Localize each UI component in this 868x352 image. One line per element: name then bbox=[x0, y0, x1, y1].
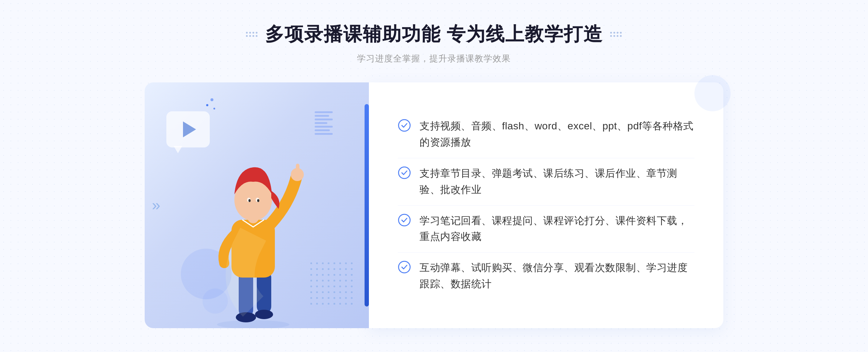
illus-dot bbox=[322, 286, 324, 287]
illus-dot bbox=[322, 268, 324, 270]
illus-dot bbox=[328, 262, 329, 264]
illus-dot bbox=[322, 280, 324, 282]
feature-item: 支持视频、音频、flash、word、excel、ppt、pdf等各种格式的资源… bbox=[398, 111, 694, 158]
page-container: 多项录播课辅助功能 专为线上教学打造 学习进度全掌握，提升录播课教学效果 » bbox=[0, 0, 868, 352]
dot bbox=[256, 35, 258, 37]
svg-point-15 bbox=[399, 167, 410, 179]
illus-dot bbox=[328, 274, 329, 276]
dot bbox=[252, 35, 254, 37]
illus-dot bbox=[322, 303, 324, 305]
title-row: 多项录播课辅助功能 专为线上教学打造 bbox=[246, 22, 622, 47]
feature-text: 支持视频、音频、flash、word、excel、ppt、pdf等各种格式的资源… bbox=[420, 118, 694, 151]
svg-point-4 bbox=[255, 310, 273, 319]
feature-item: 支持章节目录、弹题考试、课后练习、课后作业、章节测验、批改作业 bbox=[398, 158, 694, 206]
dot bbox=[246, 35, 248, 37]
svg-point-3 bbox=[236, 312, 256, 322]
illus-dot bbox=[333, 262, 335, 264]
illus-dot bbox=[345, 297, 347, 299]
check-icon bbox=[398, 261, 411, 274]
illus-dot bbox=[322, 297, 324, 299]
illus-dot bbox=[328, 280, 329, 282]
svg-point-16 bbox=[399, 214, 410, 226]
dot bbox=[252, 32, 254, 34]
illus-dot bbox=[333, 303, 335, 305]
svg-point-10 bbox=[248, 199, 251, 202]
illus-dot bbox=[333, 274, 335, 276]
illus-dot bbox=[351, 297, 353, 299]
illus-dot bbox=[322, 274, 324, 276]
dot bbox=[620, 35, 622, 37]
illus-dot bbox=[339, 274, 341, 276]
illus-dot bbox=[351, 291, 353, 293]
top-right-decoration bbox=[694, 75, 731, 111]
main-title: 多项录播课辅助功能 专为线上教学打造 bbox=[265, 22, 603, 47]
dot bbox=[620, 32, 622, 34]
check-icon bbox=[398, 214, 411, 227]
feature-item: 互动弹幕、试听购买、微信分享、观看次数限制、学习进度跟踪、数据统计 bbox=[398, 253, 694, 300]
illus-dot bbox=[333, 297, 335, 299]
illustration-area: // Will be rendered via JS below bbox=[145, 82, 369, 328]
stripe-decoration bbox=[315, 111, 333, 135]
check-icon bbox=[398, 166, 411, 179]
illus-dot bbox=[339, 262, 341, 264]
dot bbox=[610, 32, 612, 34]
features-area: 支持视频、音频、flash、word、excel、ppt、pdf等各种格式的资源… bbox=[369, 82, 723, 328]
illus-dot bbox=[339, 303, 341, 305]
illus-dot bbox=[345, 268, 347, 270]
svg-point-0 bbox=[217, 320, 289, 328]
dot bbox=[610, 35, 612, 37]
blue-bar-decoration bbox=[365, 104, 369, 306]
play-icon bbox=[183, 121, 196, 137]
content-section: » bbox=[145, 82, 723, 328]
illus-dot bbox=[333, 291, 335, 293]
illus-dot bbox=[328, 286, 329, 287]
illus-dot bbox=[351, 286, 353, 287]
dot bbox=[613, 32, 615, 34]
dot-group-right bbox=[610, 32, 622, 37]
svg-point-11 bbox=[257, 199, 259, 202]
illus-dot bbox=[339, 280, 341, 282]
illus-dot bbox=[351, 262, 353, 264]
illus-dot bbox=[351, 274, 353, 276]
illus-dot bbox=[345, 291, 347, 293]
illus-dot bbox=[345, 274, 347, 276]
dot bbox=[617, 35, 618, 37]
illus-dot bbox=[322, 262, 324, 264]
illus-dot bbox=[328, 297, 329, 299]
illus-dot bbox=[345, 280, 347, 282]
dot bbox=[246, 32, 248, 34]
illus-dot bbox=[333, 286, 335, 287]
illus-dot bbox=[345, 286, 347, 287]
dot bbox=[249, 35, 251, 37]
dot bbox=[617, 32, 618, 34]
illus-dot bbox=[328, 268, 329, 270]
check-icon bbox=[398, 119, 411, 132]
illus-dot bbox=[333, 268, 335, 270]
feature-text: 互动弹幕、试听购买、微信分享、观看次数限制、学习进度跟踪、数据统计 bbox=[420, 260, 694, 292]
subtitle: 学习进度全掌握，提升录播课教学效果 bbox=[246, 53, 622, 64]
illus-dot bbox=[339, 297, 341, 299]
title-decorator-left bbox=[246, 32, 258, 37]
illus-dot bbox=[333, 280, 335, 282]
illus-dot bbox=[351, 303, 353, 305]
illus-dot bbox=[351, 280, 353, 282]
dot bbox=[249, 32, 251, 34]
illus-dot bbox=[351, 268, 353, 270]
svg-point-17 bbox=[399, 261, 410, 273]
title-decorator-right bbox=[610, 32, 622, 37]
feature-text: 学习笔记回看、课程提问、课程评论打分、课件资料下载，重点内容收藏 bbox=[420, 213, 694, 245]
illus-dot bbox=[339, 286, 341, 287]
illus-dot bbox=[328, 303, 329, 305]
illus-dot bbox=[328, 291, 329, 293]
svg-rect-13 bbox=[296, 164, 299, 176]
dot bbox=[256, 32, 258, 34]
illus-dot bbox=[345, 303, 347, 305]
illus-dot bbox=[322, 291, 324, 293]
illus-dot bbox=[339, 291, 341, 293]
left-side-decoration: » bbox=[152, 197, 160, 214]
illus-dot bbox=[345, 262, 347, 264]
dot bbox=[613, 35, 615, 37]
dot-group-left bbox=[246, 32, 258, 37]
svg-point-14 bbox=[399, 120, 410, 131]
person-illustration bbox=[195, 140, 318, 328]
